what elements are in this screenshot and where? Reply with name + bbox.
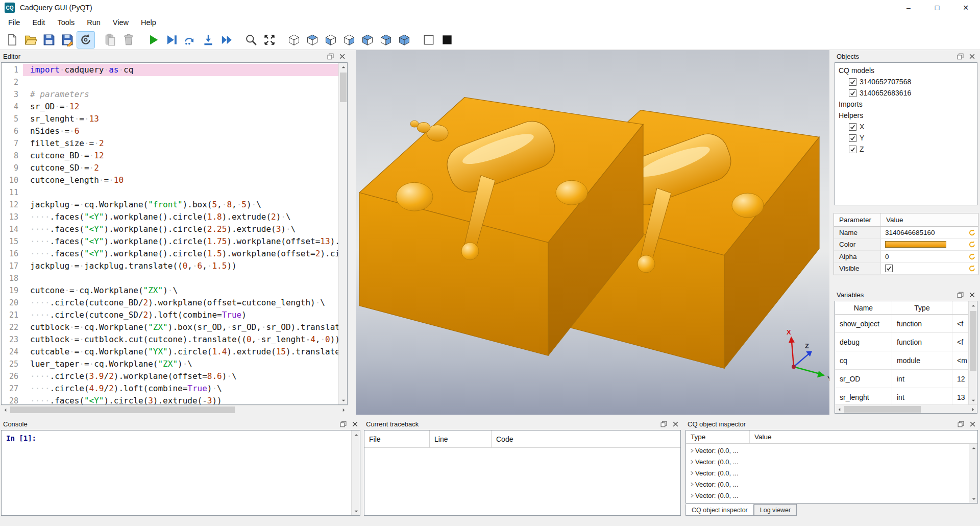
- toolbar-step-into-button[interactable]: [199, 31, 217, 49]
- toolbar-save-as-button[interactable]: [58, 31, 77, 49]
- variable-row[interactable]: sr_ODint12: [835, 370, 968, 388]
- code-line[interactable]: 26····.circle(3.9/2).workplane(offset=8.…: [2, 370, 338, 382]
- checkbox[interactable]: [849, 89, 856, 97]
- menu-view[interactable]: View: [107, 15, 135, 30]
- reset-property-icon[interactable]: [966, 241, 978, 248]
- tab-log-viewer[interactable]: Log viewer: [754, 504, 797, 516]
- scroll-up-arrow[interactable]: [969, 301, 977, 310]
- code-line[interactable]: 6nSides·=·6: [2, 125, 338, 137]
- cad-model-canvas[interactable]: X Z Y: [356, 50, 829, 415]
- color-swatch[interactable]: [885, 241, 946, 248]
- traceback-header-file[interactable]: File: [364, 431, 430, 447]
- chevron-right-icon[interactable]: [686, 448, 695, 453]
- code-line[interactable]: 20····.circle(cutcone_BD/2).workplane(of…: [2, 297, 338, 309]
- editor-vertical-scrollbar[interactable]: [338, 63, 347, 404]
- checkbox[interactable]: [849, 123, 856, 131]
- inspector-header-value[interactable]: Value: [750, 431, 977, 443]
- toolbar-view-front-button[interactable]: [322, 31, 340, 49]
- objects-tree-item[interactable]: 3140652683616: [835, 87, 977, 99]
- code-line[interactable]: 28····.faces("<Y").circle(3).extrude(-3)…: [2, 395, 338, 404]
- scroll-down-arrow[interactable]: [339, 396, 348, 404]
- variables-header-name[interactable]: Name: [835, 301, 892, 314]
- cad-model[interactable]: [359, 98, 819, 369]
- toolbar-render-button[interactable]: [144, 31, 162, 49]
- objects-tree-item[interactable]: 3140652707568: [835, 76, 977, 87]
- chevron-right-icon[interactable]: [686, 493, 695, 498]
- inspector-header-type[interactable]: Type: [686, 431, 750, 443]
- minimize-button[interactable]: –: [894, 0, 923, 15]
- float-panel-icon[interactable]: [958, 421, 964, 427]
- close-panel-icon[interactable]: [672, 421, 679, 427]
- code-line[interactable]: 14····.faces("<Y").workplane().circle(2.…: [2, 223, 338, 235]
- editor-horizontal-scrollbar[interactable]: [1, 405, 348, 414]
- code-line[interactable]: 21····.circle(cutcone_SD/2).loft(combine…: [2, 309, 338, 321]
- objects-tree-item[interactable]: Y: [835, 132, 977, 144]
- menu-tools[interactable]: Tools: [51, 15, 81, 30]
- code-line[interactable]: 19cutcone·=·cq.Workplane("ZX")·\: [2, 284, 338, 297]
- float-panel-icon[interactable]: [660, 421, 667, 427]
- scroll-up-arrow[interactable]: [969, 444, 977, 452]
- toolbar-view-top-button[interactable]: [303, 31, 322, 49]
- close-panel-icon[interactable]: [969, 292, 975, 298]
- toolbar-shaded-button[interactable]: [438, 31, 456, 49]
- scrollbar-thumb[interactable]: [10, 407, 235, 413]
- variable-row[interactable]: sr_lenghtint13: [835, 388, 968, 404]
- toolbar-zoom-to-fit-button[interactable]: [242, 31, 260, 49]
- variable-row[interactable]: debugfunction<f: [835, 333, 968, 351]
- code-line[interactable]: 11: [2, 186, 338, 199]
- property-value[interactable]: 0: [881, 253, 966, 260]
- objects-tree-item[interactable]: Helpers: [835, 110, 977, 121]
- close-panel-icon[interactable]: [969, 53, 975, 60]
- chevron-right-icon[interactable]: [686, 471, 695, 475]
- toolbar-debug-button[interactable]: [162, 31, 181, 49]
- close-button[interactable]: ✕: [951, 0, 980, 15]
- toolbar-new-file-button[interactable]: [3, 31, 21, 49]
- code-line[interactable]: 22cutblock·=·cq.Workplane("ZX").box(sr_O…: [2, 321, 338, 333]
- toolbar-continue-button[interactable]: [217, 31, 236, 49]
- menu-file[interactable]: File: [2, 15, 26, 30]
- console-prompt[interactable]: In [1]:: [2, 431, 351, 515]
- inspector-row[interactable]: Vector: (0.0, ...: [686, 490, 969, 501]
- float-panel-icon[interactable]: [327, 53, 334, 60]
- console-vertical-scrollbar[interactable]: [351, 431, 360, 515]
- code-line[interactable]: 16····.faces("<Y").workplane().circle(1.…: [2, 248, 338, 260]
- checkbox[interactable]: [849, 146, 856, 153]
- code-line[interactable]: 24cutcable·=·cq.Workplane("YX").circle(1…: [2, 346, 338, 358]
- menu-help[interactable]: Help: [135, 15, 162, 30]
- reset-property-icon[interactable]: [966, 253, 978, 260]
- inspector-row[interactable]: Vector: (0.0, ...: [686, 467, 969, 479]
- close-panel-icon[interactable]: [339, 53, 346, 60]
- code-line[interactable]: 15····.faces("<Y").workplane().circle(1.…: [2, 235, 338, 248]
- close-panel-icon[interactable]: [352, 421, 358, 427]
- properties-header-value[interactable]: Value: [881, 213, 978, 226]
- objects-tree-item[interactable]: Z: [835, 144, 977, 155]
- properties-header-parameter[interactable]: Parameter: [834, 213, 881, 226]
- visible-checkbox[interactable]: [885, 265, 893, 272]
- maximize-button[interactable]: □: [923, 0, 951, 15]
- variables-header-value[interactable]: [952, 301, 968, 314]
- scroll-left-arrow[interactable]: [835, 405, 844, 414]
- toolbar-view-iso-button[interactable]: [285, 31, 303, 49]
- chevron-right-icon[interactable]: [686, 460, 695, 464]
- property-value[interactable]: 3140646685160: [881, 229, 966, 236]
- checkbox[interactable]: [849, 134, 856, 142]
- objects-tree-item[interactable]: CQ models: [835, 65, 977, 76]
- scroll-up-arrow[interactable]: [352, 431, 360, 439]
- objects-tree-item[interactable]: Imports: [835, 99, 977, 110]
- scrollbar-thumb[interactable]: [844, 406, 921, 413]
- property-value[interactable]: [881, 265, 966, 272]
- code-line[interactable]: 12jackplug·=·cq.Workplane("front").box(5…: [2, 199, 338, 211]
- scrollbar-thumb[interactable]: [340, 73, 347, 102]
- scroll-down-arrow[interactable]: [969, 396, 977, 404]
- objects-tree-item[interactable]: X: [835, 121, 977, 132]
- inspector-vertical-scrollbar[interactable]: [969, 444, 977, 503]
- property-value[interactable]: [881, 241, 966, 248]
- toolbar-auto-reload-button[interactable]: [77, 31, 95, 49]
- code-line[interactable]: 8cutcone_BD·=·12: [2, 150, 338, 162]
- code-line[interactable]: 1import·cadquery·as·cq: [2, 64, 338, 76]
- code-line[interactable]: 3# parameters: [2, 88, 338, 101]
- menu-edit[interactable]: Edit: [26, 15, 51, 30]
- scrollbar-thumb[interactable]: [970, 311, 976, 371]
- code-line[interactable]: 27····.circle(4.9/2).loft(combine=True)·…: [2, 382, 338, 395]
- console-area[interactable]: In [1]:: [1, 430, 360, 516]
